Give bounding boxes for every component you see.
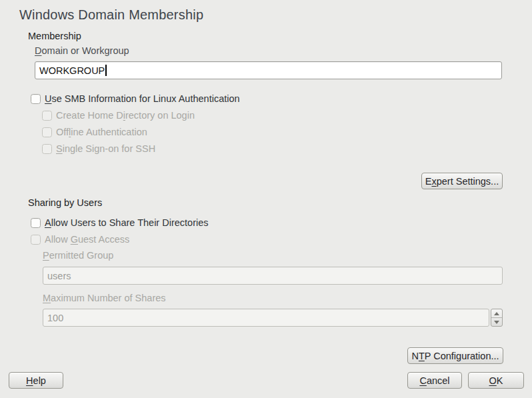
permitted-group-input: users [43, 267, 503, 285]
domain-workgroup-input[interactable]: WORKGROUP [35, 61, 502, 79]
checkbox-use-smb-label: Use SMB Information for Linux Authentica… [45, 93, 240, 104]
checkbox-box [31, 94, 41, 104]
domain-workgroup-value: WORKGROUP [39, 65, 105, 76]
max-shares-input: 100 [43, 309, 489, 327]
checkbox-allow-guest-access-label: Allow Guest Access [45, 234, 129, 245]
checkbox-allow-users-share[interactable]: Allow Users to Share Their Directories [31, 217, 209, 229]
checkbox-single-sign-on-label: Single Sign-on for SSH [56, 143, 155, 154]
permitted-group-value: users [47, 271, 71, 281]
checkbox-allow-guest-access: Allow Guest Access [31, 233, 129, 245]
max-shares-spinner [491, 309, 503, 327]
checkbox-create-home-directory-label: Create Home Directory on Login [56, 110, 195, 121]
cancel-button[interactable]: Cancel [407, 372, 462, 389]
checkbox-box [31, 235, 41, 245]
membership-section-label: Membership [28, 31, 81, 41]
max-shares-value: 100 [47, 313, 63, 323]
checkbox-box [42, 127, 52, 137]
spin-down-button [491, 318, 502, 326]
checkbox-create-home-directory: Create Home Directory on Login [42, 109, 195, 121]
ntp-configuration-button[interactable]: NTP Configuration... [407, 347, 503, 364]
sharing-section-label: Sharing by Users [28, 197, 102, 208]
max-shares-label: Maximum Number of Shares [43, 293, 166, 303]
help-button[interactable]: Help [9, 372, 63, 389]
text-caret [105, 65, 107, 76]
spin-up-button [491, 309, 502, 318]
checkbox-allow-users-share-label: Allow Users to Share Their Directories [45, 217, 209, 228]
checkbox-box [31, 218, 41, 228]
spin-down-icon [494, 321, 499, 324]
checkbox-use-smb[interactable]: Use SMB Information for Linux Authentica… [31, 93, 240, 105]
checkbox-single-sign-on: Single Sign-on for SSH [42, 143, 155, 155]
spin-up-icon [494, 312, 499, 315]
domain-workgroup-label: Domain or Workgroup [35, 45, 129, 56]
permitted-group-label: Permitted Group [43, 250, 113, 261]
ok-button[interactable]: OK [468, 372, 524, 389]
checkbox-box [42, 144, 52, 154]
checkbox-offline-authentication-label: Offline Authentication [56, 127, 147, 137]
checkbox-box [42, 111, 52, 121]
page-title: Windows Domain Membership [19, 7, 203, 23]
checkbox-offline-authentication: Offline Authentication [42, 126, 147, 138]
expert-settings-button[interactable]: Expert Settings... [421, 173, 503, 189]
